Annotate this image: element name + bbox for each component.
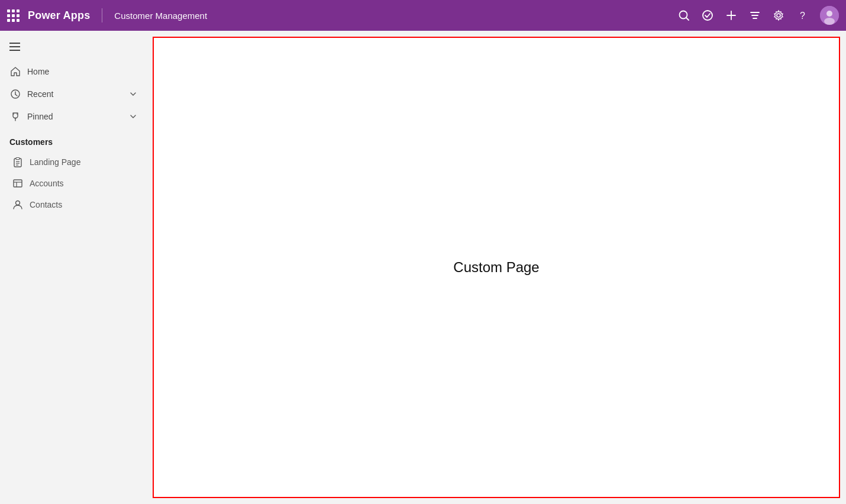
home-icon [9, 66, 21, 77]
sidebar-item-landing-page[interactable]: Landing Page [0, 151, 147, 173]
target-icon[interactable] [702, 9, 713, 21]
main-area: Home Recent [0, 31, 846, 504]
customers-section-title: Customers [0, 128, 147, 151]
hamburger-menu[interactable] [0, 38, 147, 56]
svg-line-1 [686, 18, 689, 20]
settings-icon[interactable] [773, 9, 784, 21]
sidebar-pinned-label: Pinned [27, 112, 123, 121]
topbar-divider [102, 8, 102, 22]
sidebar: Home Recent [0, 31, 147, 504]
help-icon[interactable]: ? [796, 9, 808, 21]
custom-page-label: Custom Page [453, 259, 539, 276]
clock-icon [9, 88, 21, 100]
user-avatar[interactable] [820, 6, 839, 25]
svg-rect-24 [14, 180, 22, 187]
sidebar-landing-page-label: Landing Page [30, 157, 80, 167]
svg-point-27 [16, 201, 20, 205]
add-icon[interactable] [725, 9, 737, 21]
app-title: Power Apps [28, 9, 90, 22]
topbar-left: Power Apps Customer Management [7, 8, 678, 22]
recent-chevron-icon [129, 90, 137, 98]
sidebar-recent-label: Recent [27, 89, 123, 99]
svg-point-12 [824, 18, 835, 25]
sidebar-item-contacts[interactable]: Contacts [0, 194, 147, 215]
topbar-right: ? [678, 6, 839, 25]
app-subtitle: Customer Management [114, 11, 207, 21]
svg-line-15 [15, 95, 17, 96]
sidebar-item-pinned[interactable]: Pinned [0, 105, 147, 128]
search-icon[interactable] [678, 9, 690, 21]
svg-point-8 [777, 14, 780, 17]
pin-icon [9, 111, 21, 122]
sidebar-item-recent[interactable]: Recent [0, 83, 147, 105]
sidebar-contacts-label: Contacts [30, 200, 62, 209]
content-frame: Custom Page [153, 37, 840, 498]
svg-point-11 [826, 11, 832, 17]
hamburger-icon [9, 43, 20, 51]
svg-rect-19 [14, 159, 21, 167]
filter-icon[interactable] [749, 9, 761, 21]
accounts-icon [12, 177, 24, 189]
svg-rect-20 [16, 158, 20, 160]
pinned-chevron-icon [129, 112, 137, 121]
content-area: Custom Page [147, 31, 846, 504]
sidebar-item-accounts[interactable]: Accounts [0, 173, 147, 194]
clipboard-icon [12, 156, 24, 168]
svg-point-2 [703, 11, 712, 20]
sidebar-item-home[interactable]: Home [0, 60, 147, 83]
sidebar-accounts-label: Accounts [30, 179, 64, 188]
apps-grid-icon[interactable] [7, 9, 20, 22]
person-icon [12, 199, 24, 211]
svg-text:?: ? [800, 11, 805, 21]
topbar: Power Apps Customer Management [0, 0, 846, 31]
sidebar-home-label: Home [27, 67, 137, 76]
